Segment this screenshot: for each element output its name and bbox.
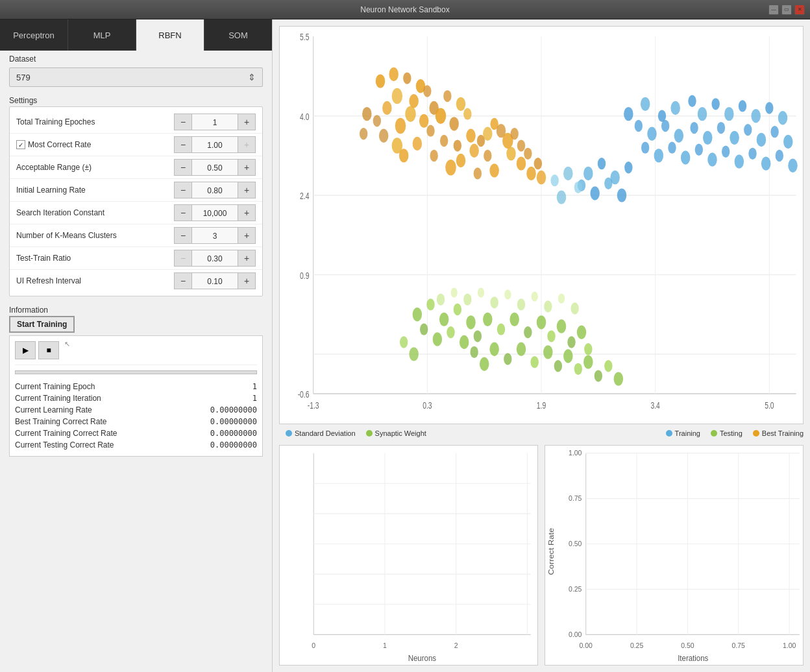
correctrate-plus: + — [238, 136, 256, 153]
close-button[interactable]: ✕ — [794, 5, 805, 15]
svg-point-141 — [554, 360, 562, 372]
kmeans-plus[interactable]: + — [238, 227, 256, 244]
svg-text:0: 0 — [312, 642, 315, 650]
playback-controls: ▶ ■ ↖ — [15, 341, 257, 365]
svg-point-138 — [517, 342, 526, 356]
svg-point-130 — [537, 315, 546, 329]
svg-point-104 — [583, 167, 593, 180]
stop-button[interactable]: ■ — [38, 341, 59, 359]
svg-point-63 — [524, 148, 532, 160]
setting-label-refresh: UI Refresh Interval — [16, 276, 174, 285]
svg-text:0.75: 0.75 — [732, 642, 745, 650]
legend-dot-stddev — [286, 430, 292, 437]
svg-point-52 — [510, 128, 518, 139]
svg-text:0.9: 0.9 — [300, 270, 309, 282]
epoches-minus[interactable]: − — [174, 114, 192, 130]
legend-dot-testing — [711, 430, 717, 437]
svg-point-66 — [537, 171, 546, 184]
svg-point-144 — [583, 355, 593, 368]
svg-point-74 — [711, 98, 719, 110]
lr-minus[interactable]: − — [174, 182, 192, 198]
refresh-plus[interactable]: + — [238, 272, 256, 289]
range-minus[interactable]: − — [174, 159, 192, 176]
info-val-ctcr: 0.00000000 — [210, 429, 257, 438]
ratio-plus[interactable]: + — [238, 250, 256, 267]
legend-testing: Testing — [711, 429, 742, 437]
svg-point-84 — [690, 122, 698, 134]
svg-point-121 — [420, 323, 428, 335]
dataset-select[interactable]: 579 ⇕ — [9, 67, 263, 87]
svg-point-95 — [681, 150, 690, 164]
epoches-plus[interactable]: + — [238, 114, 256, 130]
dataset-arrow-icon: ⇕ — [248, 72, 256, 82]
svg-point-151 — [614, 372, 623, 385]
info-val-lr: 0.00000000 — [210, 405, 257, 414]
kmeans-minus[interactable]: − — [174, 227, 192, 244]
setting-label-correctrate: ✓ Most Correct Rate — [16, 140, 174, 149]
svg-point-80 — [635, 120, 643, 132]
svg-point-78 — [765, 102, 773, 114]
svg-point-54 — [430, 150, 437, 162]
refresh-value: 0.10 — [192, 272, 238, 289]
correct-rate-chart: 1.00 0.75 0.50 0.25 0.00 0.00 0.25 0.50 … — [545, 445, 804, 666]
svg-text:5.0: 5.0 — [765, 400, 774, 411]
maximize-button[interactable]: ▭ — [781, 5, 792, 15]
setting-row-kmeans: Number of K-Means Clusters − 3 + — [10, 224, 262, 247]
svg-point-20 — [376, 74, 385, 88]
svg-text:0.25: 0.25 — [569, 584, 582, 593]
lr-value: 0.80 — [192, 182, 238, 198]
svg-point-142 — [563, 349, 572, 363]
legend-label-synaptic: Synaptic Weight — [375, 429, 426, 437]
svg-point-72 — [688, 95, 696, 107]
left-panel: Perceptron MLP RBFN SOM Dataset 579 ⇕ Se… — [0, 19, 273, 672]
svg-point-120 — [466, 315, 475, 329]
svg-point-59 — [474, 167, 482, 179]
settings-label: Settings — [0, 92, 272, 106]
tab-som[interactable]: SOM — [204, 19, 272, 51]
svg-point-38 — [395, 118, 406, 134]
info-row-ctcr: Current Training Correct Rate 0.00000000 — [15, 427, 257, 439]
svg-point-85 — [703, 131, 712, 145]
svg-text:0.25: 0.25 — [630, 642, 643, 650]
svg-point-148 — [470, 346, 478, 358]
svg-point-75 — [724, 107, 733, 121]
svg-point-42 — [379, 129, 388, 143]
svg-point-64 — [526, 167, 535, 180]
svg-point-55 — [456, 154, 465, 167]
svg-point-117 — [426, 298, 434, 310]
legend-dot-best — [753, 430, 759, 437]
svg-point-135 — [584, 343, 592, 355]
svg-point-79 — [778, 111, 787, 125]
range-plus[interactable]: + — [238, 159, 256, 176]
svg-point-149 — [480, 357, 489, 370]
setting-label-range: Acceptable Range (±) — [16, 163, 174, 172]
refresh-minus[interactable]: − — [174, 272, 192, 289]
setting-row-correctrate: ✓ Most Correct Rate − 1.00 + — [10, 134, 262, 156]
tab-rbfn[interactable]: RBFN — [136, 19, 204, 51]
legend-label-best: Best Training — [762, 429, 804, 437]
svg-point-96 — [695, 144, 703, 156]
correctrate-minus[interactable]: − — [174, 136, 192, 153]
info-val-btcr: 0.00000000 — [210, 417, 257, 426]
legend-stddev: Standard Deviation — [286, 429, 356, 437]
info-key-iter: Current Training Iteration — [15, 394, 101, 403]
legend-training: Training — [666, 429, 700, 437]
lr-plus[interactable]: + — [238, 182, 256, 198]
svg-text:0.50: 0.50 — [569, 539, 582, 547]
svg-point-112 — [550, 174, 558, 186]
svg-text:0.00: 0.00 — [569, 630, 582, 638]
start-training-button[interactable]: Start Training — [9, 316, 75, 333]
minimize-button[interactable]: — — [768, 5, 779, 15]
main-content: Perceptron MLP RBFN SOM Dataset 579 ⇕ Se… — [0, 19, 810, 672]
svg-text:4.0: 4.0 — [300, 111, 309, 123]
svg-point-161 — [558, 294, 565, 304]
sic-plus[interactable]: + — [238, 204, 256, 221]
play-button[interactable]: ▶ — [15, 341, 36, 359]
information-label: Information — [0, 302, 272, 316]
tab-mlp[interactable]: MLP — [68, 19, 136, 51]
correctrate-checkbox[interactable]: ✓ — [16, 140, 25, 149]
correct-rate-svg: 1.00 0.75 0.50 0.25 0.00 0.00 0.25 0.50 … — [545, 446, 803, 665]
info-row-btcr: Best Training Correct Rate 0.00000000 — [15, 416, 257, 427]
sic-minus[interactable]: − — [174, 204, 192, 221]
tab-perceptron[interactable]: Perceptron — [0, 19, 68, 51]
